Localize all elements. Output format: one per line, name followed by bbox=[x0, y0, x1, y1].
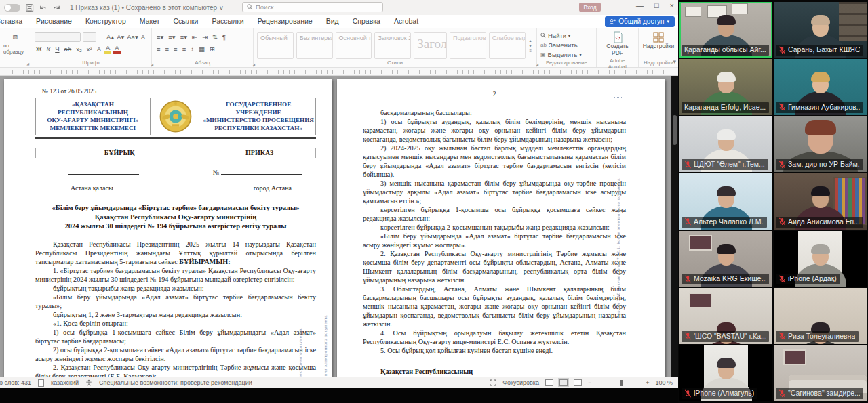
minimize-button[interactable]: — bbox=[636, 1, 644, 9]
paragraph-button[interactable]: ⊞ bbox=[208, 45, 216, 53]
participant-tile[interactable]: Mozaika KRG Екише... bbox=[679, 231, 772, 287]
paragraph-button[interactable]: ↕ bbox=[189, 45, 195, 53]
scrollbar-thumb[interactable] bbox=[673, 115, 677, 145]
tab-Acrobat[interactable]: Acrobat bbox=[387, 15, 425, 28]
font-button[interactable]: Ж bbox=[35, 45, 43, 53]
find-button[interactable]: Найти ▾ bbox=[540, 32, 570, 39]
participant-tile[interactable]: iPhone (Алмагуль) bbox=[679, 345, 772, 401]
paragraph-buttons-row1[interactable]: ≡▾≡▾≡▾⇤⇥⇅¶ bbox=[155, 30, 250, 43]
participant-tile[interactable]: ЦДЮТ "Әлем" г.Тем... bbox=[679, 116, 772, 172]
read-mode-icon[interactable] bbox=[545, 379, 553, 386]
document-title[interactable]: 1 Приказ каз (1) • Сохранено в этот комп… bbox=[70, 4, 224, 12]
styles-gallery-more[interactable]: ▴▾≡ bbox=[528, 38, 534, 53]
font-button[interactable]: аб bbox=[63, 45, 73, 53]
paragraph-button[interactable]: ≡ bbox=[164, 45, 171, 53]
style-Подзаголово[interactable]: Подзаголово bbox=[450, 32, 486, 59]
participant-tile[interactable]: Альтер Чалапко Л.М. bbox=[679, 173, 772, 229]
font-button[interactable]: A bbox=[140, 33, 146, 41]
create-pdf-button[interactable]: Создать PDF bbox=[600, 30, 635, 58]
word-count[interactable]: Число слов: 431 bbox=[0, 379, 31, 386]
style-Слабое выдел[interactable]: Слабое выдел bbox=[489, 32, 526, 59]
document-page-2[interactable]: 2 басқармаларының басшылары:1) осы бұйры… bbox=[337, 79, 665, 377]
participant-tile[interactable]: Гимназия Аубакиров... bbox=[774, 59, 867, 114]
print-layout-icon[interactable] bbox=[559, 379, 568, 386]
proofing-icon[interactable] bbox=[38, 379, 44, 387]
participant-tile[interactable]: iPhone (Ардақ) bbox=[774, 231, 867, 287]
autosave-toggle[interactable] bbox=[4, 4, 20, 12]
paragraph-button[interactable]: ≡▾ bbox=[167, 33, 176, 41]
paragraph-button[interactable]: ≡▾ bbox=[179, 33, 189, 41]
font-button[interactable]: Ч bbox=[54, 45, 60, 53]
paragraph-button[interactable]: ⇤ bbox=[191, 33, 199, 41]
paragraph-button[interactable]: ⇥ bbox=[201, 33, 209, 41]
format-painter-icon[interactable]: ▧ bbox=[12, 34, 20, 40]
paragraph-button[interactable]: ≡ bbox=[155, 45, 162, 53]
paragraph-button[interactable]: ≡ bbox=[181, 45, 188, 53]
accessibility-status[interactable]: Специальные возможности: проверьте реком… bbox=[99, 379, 252, 386]
paragraph-button[interactable]: ≡ bbox=[172, 45, 179, 53]
focus-mode-button[interactable]: Фокусировка bbox=[502, 379, 539, 386]
save-icon[interactable] bbox=[25, 3, 34, 12]
zoom-out-button[interactable]: − bbox=[588, 379, 591, 386]
font-size-combo[interactable] bbox=[83, 32, 97, 42]
web-layout-icon[interactable] bbox=[574, 379, 582, 386]
font-button[interactable]: А bbox=[104, 44, 111, 54]
font-button[interactable]: К bbox=[45, 45, 52, 53]
tab-Рецензирование[interactable]: Рецензирование bbox=[251, 15, 319, 28]
font-name-combo[interactable] bbox=[35, 32, 81, 42]
dialog-launcher-icon[interactable]: ◢ bbox=[26, 62, 29, 66]
participant-tile[interactable]: "Сагинова" замдире... bbox=[774, 345, 867, 401]
style-Заголо[interactable]: Заголо bbox=[414, 32, 447, 59]
signin-button[interactable]: Вход bbox=[579, 3, 601, 12]
select-button[interactable]: ▣Выделить ▾ bbox=[540, 51, 581, 58]
tab-Вставка[interactable]: Вставка bbox=[0, 15, 29, 28]
style-Обычный[interactable]: Обычный bbox=[257, 32, 294, 59]
zoom-knob[interactable] bbox=[620, 380, 623, 386]
tab-Вид[interactable]: Вид bbox=[319, 15, 346, 28]
participant-tile[interactable]: Сарань, Бахыт КШЯС... bbox=[774, 2, 867, 58]
zoom-level[interactable]: 100 % bbox=[655, 379, 673, 386]
font-button[interactable]: А bbox=[96, 45, 102, 53]
close-button[interactable]: × bbox=[670, 1, 674, 9]
paragraph-button[interactable]: ▦ bbox=[197, 45, 206, 53]
tab-Рассылки[interactable]: Рассылки bbox=[205, 15, 250, 28]
document-page-1[interactable]: № 123 от 26.05.2025 «ҚАЗАҚСТАН РЕСПУБЛИК… bbox=[4, 79, 332, 377]
tab-Ссылки[interactable]: Ссылки bbox=[167, 15, 205, 28]
maximize-button[interactable]: □ bbox=[654, 1, 659, 9]
tab-Макет[interactable]: Макет bbox=[133, 15, 167, 28]
addins-button[interactable]: Надстройки bbox=[642, 30, 675, 51]
participant-tile[interactable]: 'ШСО "BASTAU" г.Ка... bbox=[679, 288, 772, 343]
zoom-in-button[interactable]: + bbox=[646, 379, 649, 386]
paragraph-buttons-row2[interactable]: ≡≡≡≡↕▦⊞ bbox=[155, 43, 250, 55]
paragraph-button[interactable]: ⇅ bbox=[211, 33, 219, 41]
search-input[interactable]: Поиск bbox=[242, 2, 383, 12]
language-indicator[interactable]: казахский bbox=[51, 379, 79, 386]
share-button[interactable]: Общий доступ ▾ bbox=[605, 16, 675, 27]
collapse-ribbon-icon[interactable]: ▾ bbox=[673, 58, 676, 65]
paragraph-button[interactable]: ¶ bbox=[221, 33, 227, 41]
undo-icon[interactable] bbox=[39, 3, 47, 12]
paragraph-button[interactable]: ≡▾ bbox=[155, 33, 165, 41]
zoom-slider[interactable] bbox=[597, 383, 639, 383]
redo-icon[interactable] bbox=[52, 3, 61, 12]
tab-Справка[interactable]: Справка bbox=[346, 15, 387, 28]
tab-Рисование[interactable]: Рисование bbox=[29, 15, 79, 28]
document-scrollbar[interactable] bbox=[671, 76, 678, 377]
participant-tile[interactable]: Зам. дир по УР Байм... bbox=[774, 116, 867, 172]
replace-button[interactable]: abЗаменить bbox=[540, 41, 578, 49]
style-Основной текст[interactable]: Основной текст bbox=[336, 32, 372, 59]
format-painter-label[interactable]: по образцу bbox=[3, 43, 27, 55]
font-size-buttons[interactable]: A▴A▾Aa▾A bbox=[104, 33, 148, 41]
font-button[interactable]: A▴ bbox=[105, 33, 115, 41]
tab-Конструктор[interactable]: Конструктор bbox=[79, 15, 133, 28]
style-Заголовок 2[interactable]: Заголовок 2 bbox=[374, 32, 411, 59]
font-button[interactable]: Aa▾ bbox=[125, 33, 139, 41]
font-button[interactable]: x₂ bbox=[75, 45, 83, 53]
participant-tile[interactable]: Риза Толеугалиевна bbox=[774, 288, 867, 343]
ruler[interactable] bbox=[0, 68, 678, 76]
participant-tile[interactable]: Караганда Erfolg, Исае... bbox=[679, 59, 772, 114]
font-style-buttons[interactable]: ЖКЧабx₂x²ААА bbox=[35, 43, 148, 55]
font-button[interactable]: А bbox=[113, 44, 120, 54]
participant-tile[interactable]: Аида Анисимова Fri... bbox=[774, 173, 867, 229]
font-button[interactable]: x² bbox=[85, 45, 94, 53]
